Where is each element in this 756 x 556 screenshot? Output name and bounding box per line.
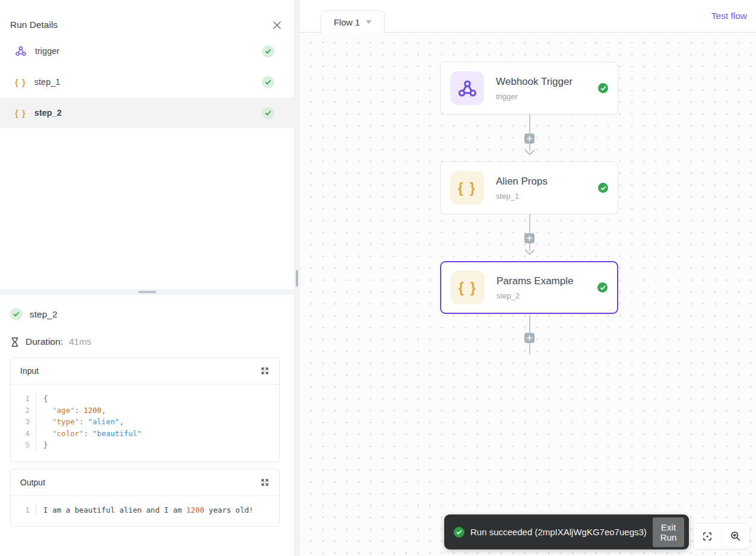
braces-icon: { } xyxy=(451,271,485,304)
step-name: step_2 xyxy=(30,309,58,320)
splitter-drag-handle[interactable] xyxy=(138,291,156,293)
run-step-trigger[interactable]: trigger xyxy=(0,36,294,66)
code-line: 3 "type": "alien", xyxy=(11,416,279,428)
canvas-controls xyxy=(693,523,750,549)
tab-flow-1[interactable]: Flow 1 xyxy=(321,10,385,33)
code-line: 2 "age": 1200, xyxy=(11,405,279,417)
success-check-icon xyxy=(10,308,23,320)
braces-icon: { } xyxy=(450,171,484,205)
run-details-header: Run Details xyxy=(0,0,294,34)
run-details-sidebar: Run Details trigger { } step_1 xyxy=(0,0,294,556)
output-title: Output xyxy=(20,478,45,487)
duration-value: 41ms xyxy=(69,336,91,347)
node-subtitle: step_1 xyxy=(496,192,586,201)
close-icon[interactable] xyxy=(271,20,282,30)
node-subtitle: trigger xyxy=(496,92,586,101)
panel-splitter xyxy=(0,289,294,295)
panel-title: Run Details xyxy=(10,20,58,30)
test-flow-button[interactable]: Test flow xyxy=(711,11,747,21)
code-line: 1I am a beautiful alien and I am 1200 ye… xyxy=(11,504,279,516)
node-webhook-trigger[interactable]: Webhook Trigger trigger xyxy=(440,62,618,115)
tab-label: Flow 1 xyxy=(334,17,360,27)
node-title: Alien Props xyxy=(496,176,586,188)
input-card-header: Input xyxy=(11,358,279,385)
node-params-example[interactable]: { } Params Example step_2 xyxy=(440,261,618,314)
run-step-step1[interactable]: { } step_1 xyxy=(0,66,294,97)
sidebar-splitter xyxy=(294,0,300,556)
success-check-icon xyxy=(597,282,608,293)
success-check-icon xyxy=(262,76,274,88)
expand-icon[interactable] xyxy=(260,478,270,487)
hourglass-icon xyxy=(10,337,20,347)
code-line: 1{ xyxy=(11,393,279,405)
expand-icon[interactable] xyxy=(260,366,270,376)
run-succeeded-toast: Run succeeded (2mpIXAljWgKG7eo7uegs3) Ex… xyxy=(444,514,689,549)
node-alien-props[interactable]: { } Alien Props step_1 xyxy=(440,161,618,214)
success-check-icon xyxy=(262,45,274,58)
success-check-icon xyxy=(262,107,274,119)
flow-canvas: Flow 1 Test flow Webhook Trigger trigger… xyxy=(300,0,756,556)
braces-icon: { } xyxy=(15,108,26,118)
step-details-section: step_2 Duration: 41ms Input 1{2 "age": 1… xyxy=(0,295,294,556)
code-line: 4 "color": "beautiful" xyxy=(11,428,279,440)
braces-icon: { } xyxy=(15,77,26,87)
webhook-icon xyxy=(15,45,27,57)
input-title: Input xyxy=(20,366,39,376)
input-card: Input 1{2 "age": 1200,3 "type": "alien",… xyxy=(10,357,280,462)
run-step-label: step_1 xyxy=(34,77,61,87)
add-step-button[interactable] xyxy=(524,233,534,243)
zoom-in-icon[interactable] xyxy=(722,523,750,549)
code-line: 5} xyxy=(11,439,279,451)
exit-run-button[interactable]: Exit Run xyxy=(653,517,685,547)
success-check-icon xyxy=(598,83,608,93)
input-code: 1{2 "age": 1200,3 "type": "alien",4 "col… xyxy=(11,385,279,462)
node-title: Webhook Trigger xyxy=(496,76,586,88)
duration-label: Duration: xyxy=(26,336,63,347)
node-title: Params Example xyxy=(496,275,586,287)
run-step-label: step_2 xyxy=(34,108,62,117)
output-card-header: Output xyxy=(11,469,279,496)
arrow-down-icon xyxy=(524,150,535,155)
run-step-step2[interactable]: { } step_2 xyxy=(0,97,294,128)
fit-view-icon[interactable] xyxy=(694,523,722,549)
success-check-icon xyxy=(598,183,608,193)
node-subtitle: step_2 xyxy=(496,291,586,300)
success-check-icon xyxy=(454,527,464,538)
toast-message: Run succeeded (2mpIXAljWgKG7eo7uegs3) xyxy=(470,527,647,537)
chevron-down-icon[interactable] xyxy=(366,20,372,24)
connector-line xyxy=(529,214,530,251)
step-detail-header: step_2 xyxy=(10,308,280,320)
sidebar-drag-handle[interactable] xyxy=(296,270,298,287)
add-step-button[interactable] xyxy=(524,134,534,144)
output-card: Output 1I am a beautiful alien and I am … xyxy=(10,469,280,528)
run-step-list: trigger { } step_1 { } step_2 xyxy=(0,36,294,128)
duration-row: Duration: 41ms xyxy=(10,336,280,347)
run-step-label: trigger xyxy=(35,46,59,56)
add-step-button[interactable] xyxy=(524,333,534,343)
webhook-icon xyxy=(450,71,484,105)
arrow-down-icon xyxy=(524,249,535,255)
run-details-section: Run Details trigger { } step_1 xyxy=(0,0,294,289)
connector-line xyxy=(529,115,530,151)
output-code: 1I am a beautiful alien and I am 1200 ye… xyxy=(11,496,279,527)
